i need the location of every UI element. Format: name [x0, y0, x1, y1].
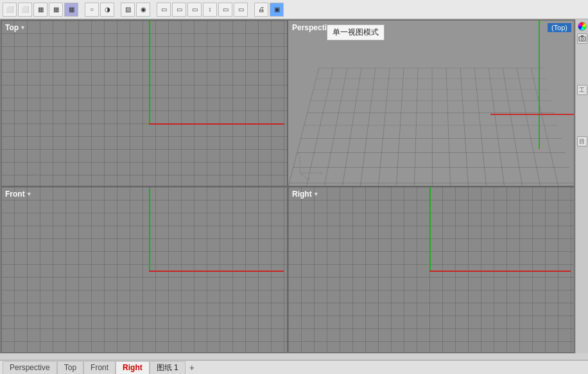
toolbar-btn-13[interactable]: ↕ — [203, 3, 217, 17]
tab-bar: Perspective Top Front Right 图纸 1 + — [0, 360, 588, 374]
viewport-perspective-badge: (Top) — [548, 23, 571, 32]
grid-top — [1, 21, 287, 186]
green-axis-right — [429, 187, 431, 271]
tab-front[interactable]: Front — [83, 361, 116, 374]
svg-text:y: y — [10, 155, 13, 160]
svg-text:y: y — [323, 337, 326, 344]
viewport-right[interactable]: Right ▼ z y — [288, 186, 575, 353]
grid-front — [1, 187, 287, 352]
green-axis-top — [149, 21, 150, 123]
toolbar-btn-8[interactable]: ▨ — [121, 3, 135, 17]
tool-icon[interactable]: 工 — [577, 85, 587, 95]
toolbar-btn-11[interactable]: ▭ — [172, 3, 186, 17]
green-axis-front — [149, 187, 150, 271]
toolbar-btn-2[interactable]: ⬜ — [18, 3, 32, 17]
toolbar-btn-9[interactable]: ◉ — [136, 3, 150, 17]
tab-add-button[interactable]: + — [186, 361, 198, 374]
axis-indicator-top: y x — [6, 155, 42, 181]
tab-diagram1[interactable]: 图纸 1 — [150, 361, 186, 374]
red-axis-top — [149, 123, 284, 125]
svg-text:x: x — [36, 337, 39, 344]
right-panel: 工 目 — [575, 19, 588, 353]
red-axis-right — [429, 271, 571, 272]
tab-right[interactable]: Right — [116, 361, 150, 374]
viewport-top-label: Top ▼ — [5, 23, 26, 32]
svg-text:y: y — [307, 175, 311, 181]
svg-text:z: z — [297, 321, 300, 326]
viewport-right-dropdown[interactable]: ▼ — [313, 191, 319, 197]
note-icon[interactable]: 目 — [577, 136, 587, 147]
viewport-top-dropdown[interactable]: ▼ — [20, 24, 26, 31]
toolbar-btn-15[interactable]: ▭ — [234, 3, 248, 17]
red-axis-front — [149, 271, 284, 272]
svg-text:x: x — [320, 170, 323, 176]
camera-icon[interactable] — [577, 33, 587, 44]
toolbar-btn-14[interactable]: ▭ — [218, 3, 232, 17]
viewport-perspective-popup: 单一视图模式 — [327, 24, 385, 40]
viewport-area: Top ▼ y x 单一视图模式 — [0, 19, 588, 360]
viewport-front-label-text: Front — [5, 190, 25, 199]
viewport-front-label: Front ▼ — [5, 190, 32, 199]
toolbar-btn-1[interactable]: ⬜ — [3, 3, 17, 17]
toolbar-btn-3[interactable]: ▦ — [33, 3, 48, 17]
color-wheel-icon[interactable] — [578, 22, 587, 31]
red-axis-perspective — [490, 114, 574, 115]
viewport-top[interactable]: Top ▼ y x — [1, 20, 288, 186]
viewport-right-label: Right ▼ — [292, 190, 319, 199]
toolbar-btn-6[interactable]: ○ — [85, 3, 99, 17]
viewport-front[interactable]: Front ▼ z x — [1, 186, 288, 353]
svg-line-6 — [300, 173, 307, 179]
viewports-container: Top ▼ y x 单一视图模式 — [0, 19, 575, 353]
axis-indicator-perspective: z x y — [293, 150, 332, 181]
svg-text:z: z — [10, 321, 13, 326]
toolbar-btn-12[interactable]: ▭ — [187, 3, 202, 17]
axis-indicator-front: z x — [6, 321, 42, 347]
green-axis-perspective — [539, 21, 540, 149]
toolbar-btn-5[interactable]: ▦ — [64, 3, 78, 17]
tab-perspective[interactable]: Perspective — [3, 361, 57, 374]
toolbar-btn-17[interactable]: ▣ — [270, 3, 284, 17]
svg-point-19 — [581, 38, 584, 40]
svg-text:x: x — [36, 171, 39, 177]
tab-top[interactable]: Top — [57, 361, 83, 374]
svg-rect-20 — [581, 35, 584, 37]
main-toolbar: ⬜ ⬜ ▦ ▦ ▦ ○ ◑ ▨ ◉ ▭ ▭ ▭ ↕ ▭ ▭ 🖨 ▣ — [0, 0, 588, 19]
axis-indicator-right: z y — [293, 321, 329, 347]
svg-text:z: z — [297, 150, 300, 156]
viewport-top-label-text: Top — [5, 23, 19, 32]
toolbar-btn-4[interactable]: ▦ — [49, 3, 63, 17]
toolbar-btn-10[interactable]: ▭ — [157, 3, 171, 17]
toolbar-btn-16[interactable]: 🖨 — [254, 3, 268, 17]
toolbar-btn-7[interactable]: ◑ — [100, 3, 114, 17]
viewport-right-label-text: Right — [292, 190, 312, 199]
viewport-front-dropdown[interactable]: ▼ — [26, 191, 32, 197]
viewport-perspective[interactable]: 单一视图模式 (Top) Perspective ▼ z x y — [288, 20, 575, 186]
grid-right — [288, 187, 574, 352]
app-window: ⬜ ⬜ ▦ ▦ ▦ ○ ◑ ▨ ◉ ▭ ▭ ▭ ↕ ▭ ▭ 🖨 ▣ — [0, 0, 588, 374]
